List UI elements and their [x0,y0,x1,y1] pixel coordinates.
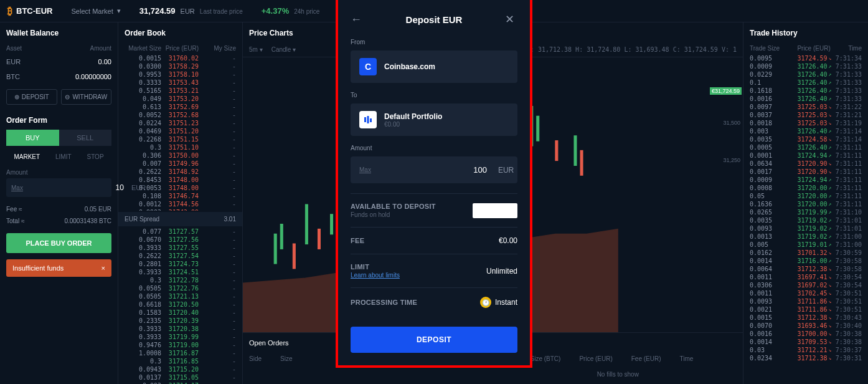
to-label: To [351,92,517,98]
svg-rect-20 [370,118,372,122]
portfolio-icon [359,111,377,128]
modal-amount-row: Max EUR [351,156,517,183]
svg-rect-18 [364,117,366,122]
from-label: From [351,39,517,46]
modal-title: Deposit EUR [363,14,505,25]
modal-amount-unit: EUR [489,157,522,183]
modal-overlay: ← Deposit EUR ✕ From C Coinbase.com To D… [0,0,868,384]
limit-row: LIMIT Learn about limits Unlimited [351,254,517,288]
clock-icon: 🕐 [480,297,491,308]
learn-limits-link[interactable]: Learn about limits [351,272,400,279]
processing-time-row: PROCESSING TIME 🕐 Instant [351,288,517,317]
redacted-value [473,203,517,218]
close-button[interactable]: ✕ [505,12,517,26]
modal-amount-label: Amount [351,145,517,151]
fee-row: FEE €0.00 [351,228,517,254]
to-account-balance: €0.00 [384,121,442,128]
deposit-modal: ← Deposit EUR ✕ From C Coinbase.com To D… [336,0,532,368]
svg-rect-19 [367,116,369,123]
modal-max-button[interactable]: Max [351,158,380,182]
to-account-selector[interactable]: Default Portfolio €0.00 [351,103,517,136]
available-row: AVAILABLE TO DEPOSIT Funds on hold [351,194,517,228]
from-account-name: Coinbase.com [384,62,435,71]
to-account-name: Default Portfolio [384,112,442,121]
from-account-selector[interactable]: C Coinbase.com [351,50,517,83]
confirm-deposit-button[interactable]: DEPOSIT [351,327,517,353]
modal-amount-input[interactable] [380,156,489,183]
coinbase-icon: C [359,58,377,75]
back-button[interactable]: ← [351,13,363,26]
